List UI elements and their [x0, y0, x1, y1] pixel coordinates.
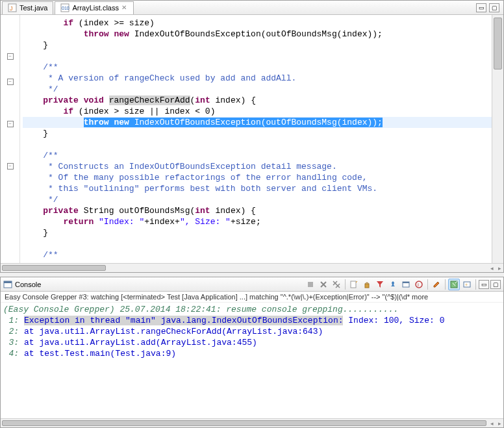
console-header: Console i + ▭ ▢ [1, 277, 503, 292]
tab-arraylist-class[interactable]: 010 ArrayList.class ✕ [55, 1, 134, 14]
svg-rect-6 [308, 282, 313, 287]
code-text: } [23, 228, 48, 238]
keyword: private [43, 206, 79, 216]
stack-trace-link[interactable]: at java.util.ArrayList.add(ArrayList.jav… [24, 337, 257, 348]
keyword: if [63, 18, 73, 28]
stack-trace-link[interactable]: at test.Test.main(Test.java:9) [24, 348, 176, 359]
keyword: new [114, 118, 129, 127]
occurrence-highlight: rangeCheckForAdd [109, 95, 190, 105]
comment: /** [23, 62, 58, 72]
minimize-button[interactable]: ▭ [479, 280, 489, 289]
code-text: IndexOutOfBoundsException(outOfBoundsMsg… [129, 29, 383, 39]
stack-trace-link[interactable]: at java.util.ArrayList.rangeCheckForAdd(… [24, 326, 323, 337]
pin-console-button[interactable] [387, 279, 399, 290]
edit-button[interactable] [431, 279, 442, 290]
console-title: Console [15, 281, 41, 288]
separator [475, 279, 476, 290]
info-button[interactable]: i [413, 279, 425, 290]
console-row: 1:Exception in thread "main" java.lang.I… [3, 315, 501, 326]
scrollbar-thumb[interactable] [494, 18, 502, 69]
fold-toggle[interactable]: − [7, 79, 14, 85]
scrollbar-track[interactable] [2, 265, 486, 271]
code-text: +size; [231, 217, 261, 227]
keyword: throw [84, 118, 109, 127]
scroll-right-icon[interactable]: ▸ [496, 419, 503, 427]
console-icon [3, 280, 12, 289]
fold-toggle[interactable]: − [7, 53, 14, 60]
console-row: 2: at java.util.ArrayList.rangeCheckForA… [3, 326, 501, 337]
keyword: private [43, 95, 79, 105]
code-body[interactable]: if (index >= size) throw new IndexOutOfB… [20, 15, 492, 263]
open-console-button[interactable]: + [461, 279, 473, 290]
comment: * Constructs an IndexOutOfBoundsExceptio… [23, 162, 337, 171]
vertical-scrollbar[interactable] [492, 15, 503, 263]
code-text [94, 217, 99, 227]
comment: /** [23, 151, 58, 160]
close-icon[interactable]: ✕ [121, 5, 128, 11]
svg-rect-5 [4, 281, 12, 283]
editor-pane: J Test.java 010 ArrayList.class ✕ ▭ ▢ − … [0, 0, 504, 273]
keyword: new [114, 29, 129, 39]
horizontal-scrollbar[interactable]: ◂ ▸ [1, 418, 503, 427]
remove-all-button[interactable] [331, 279, 342, 290]
scroll-left-icon[interactable]: ◂ [488, 419, 496, 427]
console-text: Exception in thread "main" java.lang.Ind… [24, 315, 445, 326]
svg-rect-10 [403, 282, 409, 283]
filter-button[interactable] [374, 279, 386, 290]
code-text [104, 95, 109, 105]
horizontal-scrollbar[interactable]: ◂ ▸ [1, 263, 503, 272]
code-text: (index > size || index < 0) [73, 107, 215, 116]
string: ", Size: " [180, 217, 231, 227]
line-number: 4: [3, 348, 19, 359]
code-text: String outOfBoundsMsg( [79, 206, 195, 216]
code-text [23, 29, 84, 39]
tab-label: ArrayList.class [72, 4, 119, 12]
maximize-button[interactable]: ▢ [490, 280, 501, 289]
keyword: int [195, 206, 210, 216]
selection: throw new IndexOutOfBoundsException(outO… [84, 118, 383, 127]
svg-text:010: 010 [62, 6, 69, 10]
java-file-icon: J [8, 3, 17, 12]
grep-toggle-button[interactable] [448, 279, 460, 290]
comment: */ [23, 84, 58, 94]
remove-launch-button[interactable] [318, 279, 329, 290]
code-text: index) { [210, 95, 256, 105]
code-text [23, 118, 84, 127]
console-body[interactable]: (Easy Console Grepper) 25.07.2014 18:22:… [1, 303, 503, 418]
console-status: Easy Console Grepper #3: watching [<term… [1, 292, 503, 303]
code-text: +index+ [144, 217, 180, 227]
keyword: int [195, 95, 210, 105]
gutter[interactable]: − − − − [1, 15, 20, 263]
line-number: 1: [3, 315, 19, 326]
fold-toggle[interactable]: − [7, 121, 14, 127]
separator [427, 279, 428, 290]
code-text: IndexOutOfBoundsException(outOfBoundsMsg… [129, 118, 383, 127]
line-number: 3: [3, 337, 19, 348]
svg-text:+: + [465, 283, 468, 287]
scrollbar-thumb[interactable] [2, 265, 106, 271]
svg-point-11 [416, 281, 422, 288]
scroll-left-icon[interactable]: ◂ [488, 264, 496, 272]
scroll-right-icon[interactable]: ▸ [496, 264, 503, 272]
terminate-button[interactable] [305, 279, 316, 290]
line-number: 2: [3, 326, 19, 337]
comment: * A version of rangeCheck used by add an… [23, 73, 296, 83]
clear-console-button[interactable] [348, 279, 360, 290]
fold-toggle[interactable]: − [7, 163, 14, 170]
console-row: 4: at test.Test.main(Test.java:9) [3, 348, 501, 359]
console-init-line: (Easy Console Grepper) 25.07.2014 18:22:… [3, 304, 501, 315]
maximize-button[interactable]: ▢ [489, 3, 499, 12]
code-text [23, 217, 63, 227]
console-row: 3: at java.util.ArrayList.add(ArrayList.… [3, 337, 501, 348]
code-text: } [23, 129, 48, 138]
display-selected-button[interactable] [400, 279, 412, 290]
scrollbar-thumb[interactable] [2, 420, 486, 426]
code-text: (index >= size) [73, 18, 155, 28]
console-pane: Console i + ▭ ▢ Easy Console Grepper #3:… [0, 277, 504, 428]
minimize-button[interactable]: ▭ [476, 3, 486, 12]
scrollbar-track[interactable] [2, 420, 486, 426]
tab-test-java[interactable]: J Test.java [2, 1, 53, 14]
scroll-lock-button[interactable] [361, 279, 373, 290]
current-line: throw new IndexOutOfBoundsException(outO… [23, 117, 492, 128]
code-text [23, 95, 43, 105]
